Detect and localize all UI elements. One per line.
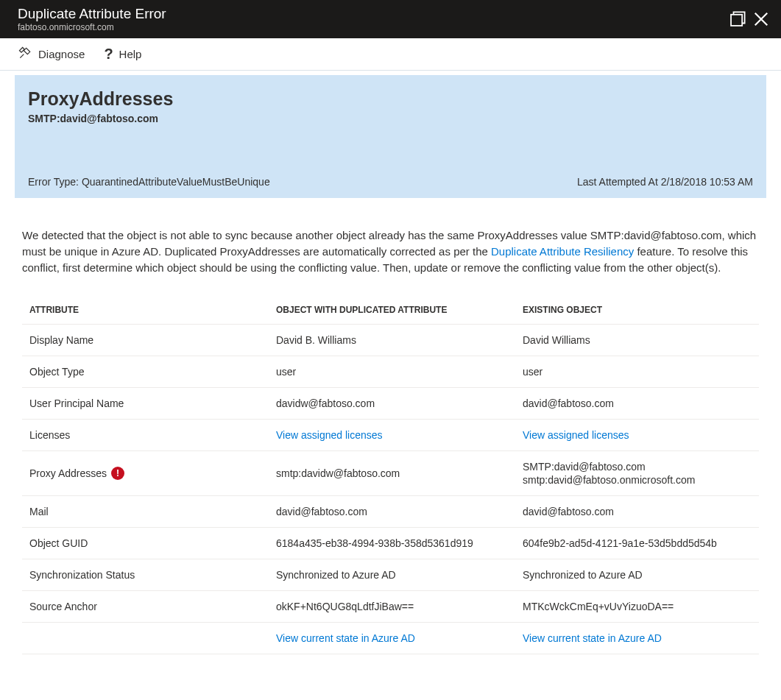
cell-value: David Williams — [515, 325, 759, 356]
row-label — [22, 623, 269, 654]
cell-link: View assigned licenses — [269, 420, 515, 451]
view-licenses-link[interactable]: View assigned licenses — [523, 429, 629, 441]
cell-link: View current state in Azure AD — [269, 623, 515, 654]
cell-value: smtp:davidw@fabtoso.com — [269, 451, 515, 496]
row-label: Source Anchor — [22, 591, 269, 623]
view-state-link[interactable]: View current state in Azure AD — [523, 632, 662, 644]
window-subtitle: fabtoso.onmicrosoft.com — [18, 22, 166, 32]
question-icon: ? — [104, 46, 113, 63]
row-label: Mail — [22, 496, 269, 528]
cell-value: okKF+Nt6QUG8qLdtfJiBaw== — [269, 591, 515, 623]
cell-value: david@fabtoso.com — [515, 496, 759, 528]
help-label: Help — [119, 48, 142, 60]
cell-value: 604fe9b2-ad5d-4121-9a1e-53d5bdd5d54b — [515, 528, 759, 559]
row-label: User Principal Name — [22, 388, 269, 420]
cell-link: View current state in Azure AD — [515, 623, 759, 654]
cell-value: davidw@fabtoso.com — [269, 388, 515, 420]
cell-value: Synchronized to Azure AD — [269, 559, 515, 591]
row-label: Licenses — [22, 420, 269, 451]
row-label: Object GUID — [22, 528, 269, 559]
row-label: Synchronization Status — [22, 559, 269, 591]
col-attribute: Attribute — [22, 296, 269, 325]
description-text: We detected that the object is not able … — [15, 227, 766, 275]
last-attempted: Last Attempted At 2/18/2018 10:53 AM — [577, 176, 753, 188]
view-state-link[interactable]: View current state in Azure AD — [276, 632, 415, 644]
diagnose-button[interactable]: Diagnose — [18, 46, 85, 63]
help-button[interactable]: ? Help — [104, 46, 141, 63]
cell-value: david@fabtoso.com — [515, 388, 759, 420]
error-icon: ! — [111, 467, 124, 480]
cell-value: user — [269, 356, 515, 388]
comparison-table: Attribute Object With Duplicated Attribu… — [22, 296, 759, 654]
cell-value: SMTP:david@fabtoso.com smtp:david@fabtos… — [515, 451, 759, 496]
row-label: Display Name — [22, 325, 269, 356]
row-label: Proxy Addresses ! — [22, 451, 269, 496]
maximize-button[interactable] — [729, 11, 746, 27]
row-label: Object Type — [22, 356, 269, 388]
resiliency-link[interactable]: Duplicate Attribute Resiliency — [491, 245, 634, 258]
diagnose-label: Diagnose — [38, 48, 85, 60]
cell-value: 6184a435-eb38-4994-938b-358d5361d919 — [269, 528, 515, 559]
error-banner: ProxyAddresses SMTP:david@fabtoso.com Er… — [15, 75, 766, 198]
close-button[interactable] — [753, 11, 769, 27]
cell-value: MTKcWckCmEq+vUvYizuoDA== — [515, 591, 759, 623]
cell-value: David B. Williams — [269, 325, 515, 356]
attribute-name: ProxyAddresses — [28, 88, 753, 110]
window-title: Duplicate Attribute Error — [18, 6, 166, 23]
cell-value: user — [515, 356, 759, 388]
view-licenses-link[interactable]: View assigned licenses — [276, 429, 383, 441]
svg-rect-0 — [731, 15, 742, 26]
error-type: Error Type: QuarantinedAttributeValueMus… — [28, 176, 270, 188]
toolbar: Diagnose ? Help — [0, 38, 781, 71]
attribute-value: SMTP:david@fabtoso.com — [28, 113, 753, 124]
col-duplicate: Object With Duplicated Attribute — [269, 296, 515, 325]
cell-link: View assigned licenses — [515, 420, 759, 451]
cell-value: david@fabtoso.com — [269, 496, 515, 528]
tools-icon — [18, 46, 32, 63]
col-existing: Existing Object — [515, 296, 759, 325]
cell-value: Synchronized to Azure AD — [515, 559, 759, 591]
title-bar: Duplicate Attribute Error fabtoso.onmicr… — [0, 0, 781, 38]
